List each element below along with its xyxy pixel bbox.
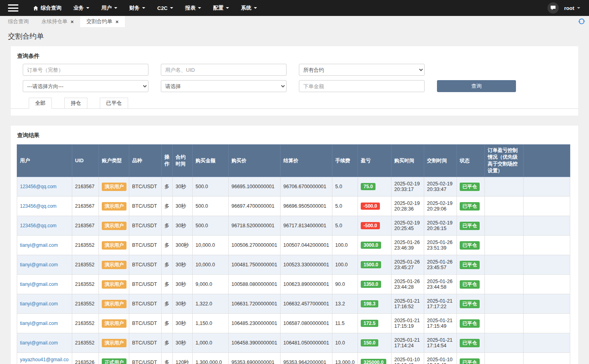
table-body: 123456@qq.com2163567演示用户BTC/USDT多30秒500.… (17, 177, 570, 364)
nav-item-1[interactable]: 业务 (67, 0, 95, 16)
order-number-input[interactable] (23, 64, 148, 76)
cell-account-type: 演示用户 (99, 294, 129, 314)
cell-pnl: 325000.0 (358, 353, 391, 364)
user-email-link[interactable]: 123456@qq.com (20, 203, 57, 209)
user-menu[interactable]: root (564, 5, 580, 11)
cell-settle-price: 100523.3300000001 (281, 255, 332, 275)
user-email-link[interactable]: 123456@qq.com (20, 223, 57, 228)
cell-direction: 多 (162, 255, 173, 275)
cell-status: 已平仓 (457, 255, 485, 275)
cell-filler (524, 353, 570, 364)
cell-account-type: 演示用户 (99, 216, 129, 236)
nav-item-0[interactable]: 综合查询 (27, 0, 67, 16)
filter-tab-0[interactable]: 全部 (29, 98, 52, 109)
refresh-button[interactable] (578, 18, 585, 26)
table-row: 123456@qq.com2163567演示用户BTC/USDT多30秒500.… (17, 197, 570, 216)
cell-direction: 多 (162, 177, 173, 197)
status-badge: 已平仓 (460, 319, 480, 328)
user-email-link[interactable]: yayazhou41@gmail.com (20, 357, 69, 364)
column-header-13: 状态 (457, 145, 485, 177)
nav-item-2[interactable]: 用户 (95, 0, 123, 16)
nav-item-7[interactable]: 系统 (235, 0, 263, 16)
caret-down-icon (86, 7, 89, 9)
cell-uid: 2163552 (72, 236, 99, 255)
query-results-panel: 查询结果 用户UID账户类型品种操作合约时间购买金额购买价结算价手续费盈亏购买时… (11, 126, 578, 364)
nav-item-3[interactable]: 财务 (123, 0, 151, 16)
direction-select[interactable]: ---请选择方向--- (23, 80, 148, 92)
cell-duration: 300秒 (173, 236, 193, 255)
close-icon[interactable]: × (116, 19, 119, 24)
user-email-link[interactable]: tianyi@gmail.com (20, 301, 58, 307)
top-navbar: 综合查询业务用户财务C2C报表配置系统 root (0, 0, 589, 16)
cell-uid: 2163552 (72, 333, 99, 353)
nav-item-6[interactable]: 配置 (207, 0, 235, 16)
username-uid-input[interactable] (161, 64, 287, 76)
cell-buy-price: 106458.3900000001 (229, 333, 281, 353)
cell-settle-price: 100507.0442000001 (281, 236, 332, 255)
chat-icon (550, 5, 556, 12)
cell-buy-price: 100506.2700000001 (229, 236, 281, 255)
cell-uid: 2163552 (72, 294, 99, 314)
filter-tab-2[interactable]: 已平仓 (100, 98, 128, 109)
close-icon[interactable]: × (71, 19, 74, 24)
cell-amount: 1,322.0 (193, 294, 229, 314)
nav-item-4[interactable]: C2C (151, 0, 179, 16)
contract-select[interactable]: 所有合约 (299, 64, 425, 76)
cell-status: 已平仓 (457, 353, 485, 364)
search-button[interactable]: 查询 (437, 80, 516, 92)
cell-uid: 2163552 (72, 275, 99, 294)
cell-uid: 2163552 (72, 255, 99, 275)
user-email-link[interactable]: 123456@qq.com (20, 184, 57, 189)
cell-buy-price: 96697.4700000001 (229, 197, 281, 216)
cell-fee: 13,000.0 (332, 353, 358, 364)
tab-0[interactable]: 综合查询 (2, 16, 35, 27)
cell-user: 123456@qq.com (17, 216, 72, 236)
messages-button[interactable] (547, 2, 559, 14)
cell-pnl-control (485, 255, 524, 275)
user-email-link[interactable]: tianyi@gmail.com (20, 242, 58, 248)
user-email-link[interactable]: tianyi@gmail.com (20, 340, 58, 346)
tab-2[interactable]: 交割合约单× (80, 16, 125, 27)
cell-delivery-time: 2025-01-2623:44:58 (424, 275, 457, 294)
column-header-11: 购买时间 (391, 145, 424, 177)
cell-buy-time: 2025-01-1015:10:49 (391, 353, 424, 364)
cell-fee: 5.0 (332, 177, 358, 197)
cell-filler (524, 177, 570, 197)
cell-amount: 1,150.0 (193, 314, 229, 333)
account-type-badge: 正式用户 (102, 358, 126, 364)
table-row: tianyi@gmail.com2163552演示用户BTC/USDT多30秒9… (17, 275, 570, 294)
cell-filler (524, 236, 570, 255)
column-header-0: 用户 (17, 145, 72, 177)
filter-tab-1[interactable]: 持仓 (64, 98, 87, 109)
order-amount-input[interactable] (299, 80, 425, 92)
nav-item-5[interactable]: 报表 (179, 0, 207, 16)
cell-fee: 100.0 (332, 236, 358, 255)
cell-uid: 2163567 (72, 177, 99, 197)
cell-account-type: 演示用户 (99, 197, 129, 216)
cell-account-type: 演示用户 (99, 255, 129, 275)
caret-down-icon (170, 7, 173, 9)
tab-1[interactable]: 永续持仓单× (35, 16, 80, 27)
status-select[interactable]: 请选择 (161, 80, 287, 92)
nav-item-label: 业务 (73, 4, 84, 12)
status-badge: 已平仓 (460, 202, 480, 211)
cell-user: tianyi@gmail.com (17, 255, 72, 275)
cell-account-type: 演示用户 (99, 177, 129, 197)
caret-down-icon (254, 7, 257, 9)
pnl-badge: -500.0 (361, 222, 380, 229)
cell-delivery-time: 2025-02-1920:26:15 (424, 216, 457, 236)
cell-pnl: 3000.0 (358, 236, 391, 255)
hamburger-menu-button[interactable] (8, 4, 18, 12)
cell-pnl: 1500.0 (358, 255, 391, 275)
user-email-link[interactable]: tianyi@gmail.com (20, 262, 58, 268)
cell-fee: 90.0 (332, 275, 358, 294)
query-form: 所有合约 ---请选择方向--- 请选择 查询 (11, 64, 578, 92)
user-email-link[interactable]: tianyi@gmail.com (20, 281, 58, 287)
caret-down-icon (577, 7, 580, 9)
cell-amount: 9,000.0 (193, 275, 229, 294)
cell-pnl-control (485, 294, 524, 314)
user-email-link[interactable]: tianyi@gmail.com (20, 321, 58, 326)
cell-pnl: 75.0 (358, 177, 391, 197)
column-header-9: 手续费 (332, 145, 358, 177)
cell-user: tianyi@gmail.com (17, 314, 72, 333)
